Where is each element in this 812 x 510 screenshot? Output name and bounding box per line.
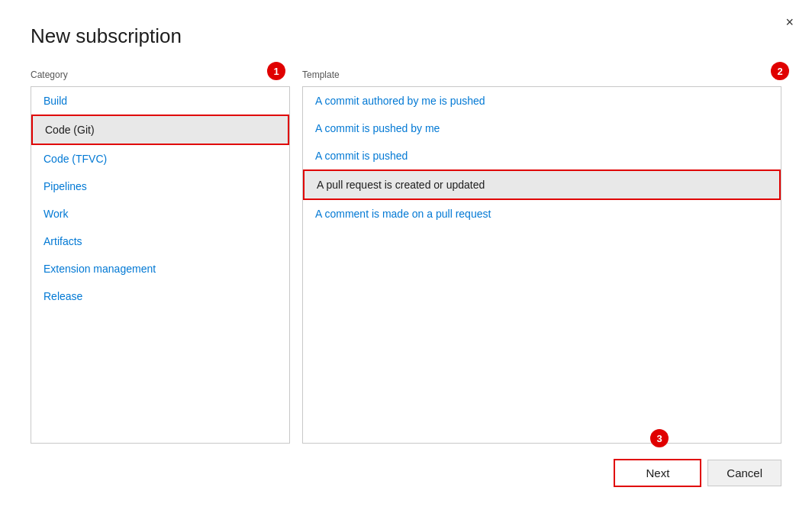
category-label: Category [31,69,290,80]
category-item-build[interactable]: Build [31,87,289,115]
dialog-title: New subscription [31,24,781,48]
template-label: Template [302,69,781,80]
category-item-release[interactable]: Release [31,282,289,310]
template-panel: Template 2 A commit authored by me is pu… [302,69,781,444]
panels-wrapper: Category 1 Build Code (Git) Code (TFVC) … [31,69,781,444]
close-button[interactable]: × [779,12,800,32]
badge-1: 1 [267,62,285,80]
cancel-button[interactable]: Cancel [707,460,781,486]
category-panel: Category 1 Build Code (Git) Code (TFVC) … [31,69,290,444]
template-item-comment-pull-request[interactable]: A comment is made on a pull request [303,200,781,228]
category-item-code-git[interactable]: Code (Git) [31,115,289,145]
category-item-artifacts[interactable]: Artifacts [31,228,289,255]
category-item-work[interactable]: Work [31,200,289,228]
template-item-commit-authored[interactable]: A commit authored by me is pushed [303,87,781,115]
badge-2: 2 [771,62,789,80]
category-item-pipelines[interactable]: Pipelines [31,173,289,200]
dialog: × New subscription Category 1 Build Code… [0,0,812,510]
next-button[interactable]: Next [614,459,701,487]
template-item-commit-pushed[interactable]: A commit is pushed [303,142,781,169]
template-item-commit-pushed-by-me[interactable]: A commit is pushed by me [303,115,781,142]
template-item-pull-request[interactable]: A pull request is created or updated [303,169,781,200]
template-list: A commit authored by me is pushed A comm… [302,86,781,444]
badge-3: 3 [650,429,669,447]
footer: 3 Next Cancel [31,444,781,487]
category-list: Build Code (Git) Code (TFVC) Pipelines W… [31,86,290,444]
category-item-extension-management[interactable]: Extension management [31,255,289,282]
category-item-code-tfvc[interactable]: Code (TFVC) [31,145,289,173]
